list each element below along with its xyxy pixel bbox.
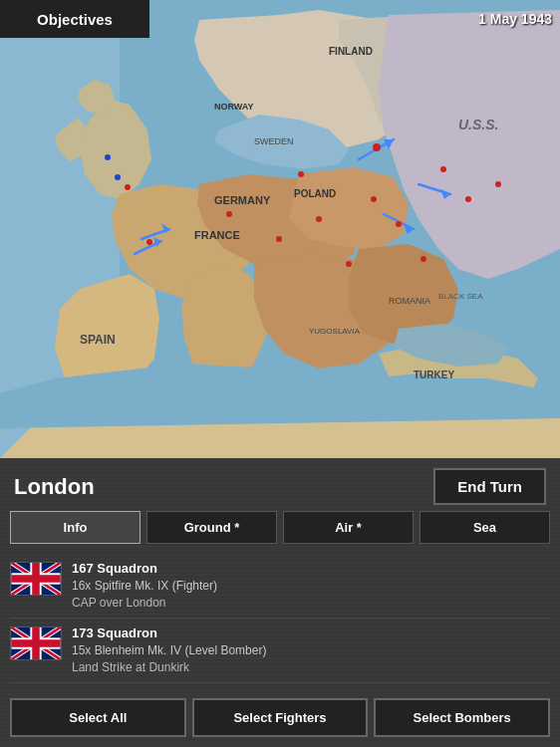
unit-detail-2: 15x Blenheim Mk. IV (Level Bomber)	[72, 642, 550, 659]
svg-point-48	[346, 261, 352, 267]
svg-text:SPAIN: SPAIN	[80, 333, 116, 347]
uk-flag	[10, 626, 62, 660]
unit-squadron-1: 167 Squadron	[72, 560, 550, 578]
svg-point-57	[115, 174, 121, 180]
svg-point-51	[298, 171, 304, 177]
svg-point-56	[105, 154, 111, 160]
svg-text:GERMANY: GERMANY	[214, 194, 271, 206]
map-section: FINLAND NORWAY SWEDEN FRANCE GERMANY POL…	[0, 0, 560, 458]
svg-text:TURKEY: TURKEY	[414, 370, 454, 380]
unit-text: 173 Squadron 15x Blenheim Mk. IV (Level …	[72, 624, 550, 676]
svg-text:POLAND: POLAND	[294, 188, 336, 199]
svg-text:NORWAY: NORWAY	[214, 102, 254, 112]
select-bombers-button[interactable]: Select Bombers	[374, 698, 550, 737]
svg-point-49	[396, 221, 402, 227]
svg-text:SWEDEN: SWEDEN	[254, 136, 294, 146]
svg-point-52	[373, 143, 381, 151]
bottom-panel: London End Turn Info Ground * Air * Sea	[0, 458, 560, 747]
unit-mission-1: CAP over London	[72, 595, 550, 612]
svg-point-42	[125, 184, 131, 190]
end-turn-button[interactable]: End Turn	[433, 468, 546, 505]
svg-text:FRANCE: FRANCE	[194, 229, 240, 241]
unit-item: 167 Squadron 16x Spitfire Mk. IX (Fighte…	[10, 554, 550, 619]
objectives-button[interactable]: Objectives	[0, 0, 149, 38]
city-name: London	[14, 474, 95, 500]
svg-point-47	[371, 196, 377, 202]
unit-detail-1: 16x Spitfire Mk. IX (Fighter)	[72, 578, 550, 595]
map-header: Objectives 1 May 1943	[0, 0, 560, 38]
svg-text:BLACK SEA: BLACK SEA	[438, 292, 483, 301]
unit-squadron-2: 173 Squadron	[72, 624, 550, 642]
svg-rect-75	[12, 639, 61, 647]
city-row: London End Turn	[0, 458, 560, 511]
svg-point-53	[440, 166, 446, 172]
svg-point-55	[495, 181, 501, 187]
unit-item: 190 Squadron 12x Halifax B.II (Level Bom…	[10, 683, 550, 690]
svg-point-43	[146, 239, 152, 245]
tab-sea[interactable]: Sea	[420, 511, 550, 544]
svg-point-54	[465, 196, 471, 202]
svg-point-50	[420, 256, 426, 262]
svg-point-46	[316, 216, 322, 222]
uk-flag	[10, 562, 62, 596]
svg-text:ROMANIA: ROMANIA	[389, 296, 430, 306]
svg-text:U.S.S.: U.S.S.	[458, 117, 498, 132]
svg-rect-66	[12, 575, 61, 583]
unit-item: 173 Squadron 15x Blenheim Mk. IV (Level …	[10, 619, 550, 683]
svg-text:YUGOSLAVIA: YUGOSLAVIA	[309, 327, 361, 336]
unit-mission-2: Land Strike at Dunkirk	[72, 659, 550, 676]
svg-text:FINLAND: FINLAND	[329, 46, 373, 57]
select-fighters-button[interactable]: Select Fighters	[192, 698, 369, 737]
tab-air[interactable]: Air *	[283, 511, 414, 544]
svg-point-44	[226, 211, 232, 217]
date-label: 1 May 1943	[478, 11, 560, 27]
select-all-button[interactable]: Select All	[10, 698, 186, 737]
action-row: Select All Select Fighters Select Bomber…	[0, 690, 560, 747]
svg-point-45	[276, 236, 282, 242]
tab-row: Info Ground * Air * Sea	[0, 511, 560, 550]
unit-text: 167 Squadron 16x Spitfire Mk. IX (Fighte…	[72, 560, 550, 612]
svg-marker-10	[289, 167, 409, 249]
tab-ground[interactable]: Ground *	[146, 511, 277, 544]
tab-info[interactable]: Info	[10, 511, 140, 544]
unit-list: 167 Squadron 16x Spitfire Mk. IX (Fighte…	[0, 550, 560, 690]
